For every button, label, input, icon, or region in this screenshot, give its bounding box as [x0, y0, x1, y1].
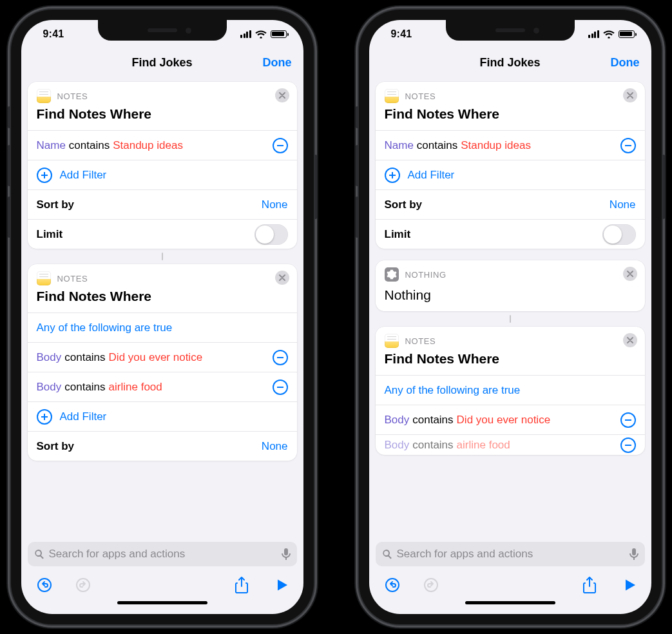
status-time: 9:41	[43, 28, 64, 40]
add-filter-label: Add Filter	[408, 169, 455, 182]
filter-field[interactable]: Name	[385, 139, 414, 152]
sort-value[interactable]: None	[262, 198, 288, 211]
remove-filter-button[interactable]	[273, 379, 288, 395]
filter-operator[interactable]: contains	[412, 439, 453, 452]
notch	[98, 20, 227, 41]
remove-action-button[interactable]	[275, 271, 289, 285]
filter-field[interactable]: Body	[385, 439, 410, 452]
match-mode-label: Any of the following are true	[385, 384, 521, 397]
filter-row[interactable]: Name contains Standup ideas	[28, 130, 297, 160]
remove-filter-button[interactable]	[620, 138, 636, 153]
add-filter-row[interactable]: Add Filter	[28, 401, 297, 431]
home-indicator[interactable]	[369, 600, 651, 614]
workflow-content[interactable]: NOTES Find Notes Where Name contains Sta…	[21, 77, 303, 542]
run-button[interactable]	[624, 579, 636, 591]
share-button[interactable]	[583, 577, 596, 593]
filter-field[interactable]: Name	[37, 139, 66, 152]
sort-by-row[interactable]: Sort by None	[376, 189, 645, 219]
filter-value[interactable]: Did you ever notice	[109, 351, 203, 364]
undo-button[interactable]	[37, 577, 52, 593]
remove-action-button[interactable]	[275, 88, 289, 102]
remove-action-button[interactable]	[623, 267, 637, 281]
search-icon	[34, 549, 44, 559]
phone-right: 9:41 Find Jokes Done NOTES	[359, 10, 662, 624]
remove-filter-button[interactable]	[620, 437, 636, 453]
remove-filter-button[interactable]	[620, 412, 636, 428]
remove-action-button[interactable]	[623, 88, 637, 102]
filter-value[interactable]: airline food	[457, 439, 510, 452]
action-title: Find Notes Where	[28, 289, 297, 312]
sort-value[interactable]: None	[262, 440, 288, 453]
filter-row-partial[interactable]: Body contains airline food	[376, 434, 645, 455]
filter-row[interactable]: Body contains Did you ever notice	[376, 405, 645, 434]
match-mode-row[interactable]: Any of the following are true	[376, 375, 645, 405]
limit-switch[interactable]	[602, 224, 636, 245]
action-card-find-notes-2: NOTES Find Notes Where Any of the follow…	[376, 327, 645, 455]
connector-line	[510, 315, 511, 323]
notes-app-icon	[385, 334, 399, 348]
dictation-icon[interactable]	[629, 548, 638, 561]
filter-value[interactable]: airline food	[109, 381, 162, 394]
remove-filter-button[interactable]	[273, 138, 288, 153]
plus-icon	[37, 409, 52, 425]
search-area: Search for apps and actions	[21, 542, 303, 572]
filter-field[interactable]: Body	[37, 351, 62, 364]
filter-field[interactable]: Body	[385, 414, 410, 427]
notch	[446, 20, 575, 41]
plus-icon	[385, 168, 400, 183]
search-area: Search for apps and actions	[369, 542, 651, 572]
add-filter-label: Add Filter	[60, 410, 107, 423]
filter-value[interactable]: Did you ever notice	[457, 414, 551, 427]
filter-operator[interactable]: contains	[412, 414, 453, 427]
sort-label: Sort by	[37, 198, 75, 211]
home-indicator[interactable]	[21, 600, 303, 614]
filter-field[interactable]: Body	[37, 381, 62, 394]
cellular-icon	[240, 30, 251, 39]
filter-operator[interactable]: contains	[64, 351, 105, 364]
filter-row[interactable]: Name contains Standup ideas	[376, 130, 645, 160]
nav-title: Find Jokes	[479, 56, 540, 70]
workflow-content[interactable]: NOTES Find Notes Where Name contains Sta…	[369, 77, 651, 542]
search-icon	[382, 549, 392, 559]
match-mode-label: Any of the following are true	[37, 322, 173, 334]
limit-switch[interactable]	[254, 224, 288, 245]
action-title: Find Notes Where	[376, 351, 645, 375]
filter-operator[interactable]: contains	[69, 139, 110, 152]
sort-by-row[interactable]: Sort by None	[28, 189, 297, 219]
sort-by-row[interactable]: Sort by None	[28, 431, 297, 461]
plus-icon	[37, 168, 52, 183]
done-button[interactable]: Done	[263, 56, 292, 70]
add-filter-row[interactable]: Add Filter	[376, 160, 645, 189]
filter-value[interactable]: Standup ideas	[113, 139, 183, 152]
action-search-input[interactable]: Search for apps and actions	[28, 542, 297, 566]
filter-row[interactable]: Body contains Did you ever notice	[28, 342, 297, 372]
remove-filter-button[interactable]	[273, 350, 288, 365]
wifi-icon	[255, 30, 267, 39]
done-button[interactable]: Done	[611, 56, 640, 70]
battery-icon	[619, 30, 635, 38]
action-card-find-notes-2: NOTES Find Notes Where Any of the follow…	[28, 264, 297, 461]
dictation-icon[interactable]	[282, 548, 291, 561]
filter-value[interactable]: Standup ideas	[461, 139, 531, 152]
cellular-icon	[588, 30, 599, 39]
phone-left: 9:41 Find Jokes Done NOTES	[11, 10, 314, 624]
run-button[interactable]	[276, 579, 288, 591]
redo-button	[75, 577, 91, 593]
search-placeholder: Search for apps and actions	[49, 548, 277, 561]
share-button[interactable]	[235, 577, 248, 593]
filter-operator[interactable]: contains	[417, 139, 457, 152]
app-label: NOTES	[405, 336, 436, 346]
undo-button[interactable]	[385, 577, 400, 593]
action-search-input[interactable]: Search for apps and actions	[376, 542, 645, 566]
filter-row[interactable]: Body contains airline food	[28, 372, 297, 401]
match-mode-row[interactable]: Any of the following are true	[28, 312, 297, 342]
limit-row: Limit	[376, 219, 645, 249]
filter-operator[interactable]: contains	[64, 381, 105, 394]
remove-action-button[interactable]	[623, 333, 637, 347]
action-title: Find Notes Where	[28, 106, 297, 130]
status-time: 9:41	[391, 28, 412, 40]
sort-value[interactable]: None	[610, 198, 636, 211]
add-filter-row[interactable]: Add Filter	[28, 160, 297, 189]
app-label: NOTES	[405, 91, 436, 101]
app-label: NOTES	[57, 91, 88, 101]
